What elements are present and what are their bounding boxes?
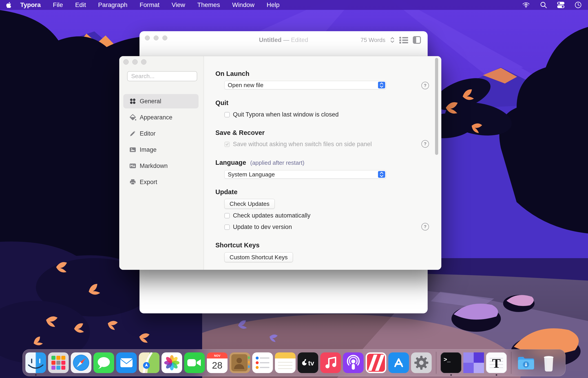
dock-separator — [436, 352, 436, 374]
custom-shortcut-keys-button[interactable]: Custom Shortcut Keys — [224, 252, 293, 262]
markdown-icon — [129, 162, 136, 169]
dock-launchpad-icon[interactable] — [48, 352, 69, 373]
on-launch-select[interactable]: Open new file — [224, 81, 386, 89]
apple-menu-icon[interactable] — [6, 1, 12, 8]
dock-messages-icon[interactable] — [93, 352, 114, 373]
dock-calendar-icon[interactable]: NOV28 — [207, 352, 227, 373]
sidebar-item-appearance[interactable]: Appearance — [123, 109, 198, 125]
wifi-warning-icon[interactable] — [522, 1, 530, 9]
dock-podcasts-icon[interactable] — [343, 352, 364, 373]
quit-checkbox-row: Quit Typora when last window is closed — [224, 111, 339, 118]
toggle-sidebar-icon[interactable] — [413, 36, 421, 44]
check-updates-automatically-checkbox[interactable] — [224, 213, 230, 218]
editor-icon — [129, 130, 136, 137]
sidebar-item-general[interactable]: General — [123, 94, 198, 108]
dock-safari-icon[interactable] — [71, 352, 91, 373]
image-icon — [129, 146, 136, 153]
check-updates-button[interactable]: Check Updates — [224, 199, 275, 209]
dev-update-help-icon[interactable]: ? — [421, 223, 429, 230]
select-stepper-icon — [378, 82, 385, 88]
dock-appstore-icon[interactable] — [388, 352, 409, 373]
quit-checkbox[interactable] — [224, 112, 230, 117]
auto-update-checkbox-row: Check updates automatically — [224, 212, 310, 219]
section-quit-title: Quit — [215, 99, 228, 107]
sidebar-item-image[interactable]: Image — [123, 142, 198, 158]
minimize-button[interactable] — [132, 59, 138, 65]
menu-item-format[interactable]: Format — [140, 1, 159, 8]
menu-items: FileEditParagraphFormatViewThemesWindowH… — [53, 1, 292, 9]
preferences-main-panel: On Launch Open new file ? Quit Quit Typo… — [204, 56, 441, 270]
menu-app-name[interactable]: Typora — [20, 1, 41, 9]
document-titlebar: Untitled — Edited 75 Words — [140, 31, 428, 47]
dock-settings-icon[interactable] — [411, 352, 432, 373]
menu-bar: Typora FileEditParagraphFormatViewThemes… — [0, 0, 588, 10]
svg-text:tv: tv — [308, 359, 314, 367]
dock-notes-icon[interactable] — [275, 352, 295, 373]
sidebar-item-markdown[interactable]: Markdown — [123, 158, 198, 174]
dock-news-icon[interactable] — [366, 352, 386, 373]
search-input[interactable] — [127, 71, 197, 81]
desktop: Typora FileEditParagraphFormatViewThemes… — [0, 0, 588, 378]
update-to-dev-version-checkbox[interactable] — [224, 224, 230, 230]
section-update-title: Update — [215, 188, 238, 196]
sidebar-item-export[interactable]: Export — [123, 174, 198, 190]
save-recover-checkbox-row: Save without asking when switch files on… — [224, 141, 372, 148]
save-recover-help-icon[interactable]: ? — [421, 140, 429, 148]
close-button[interactable] — [123, 59, 129, 65]
menu-item-view[interactable]: View — [172, 1, 185, 8]
clock-icon[interactable] — [574, 1, 582, 9]
dock-facetime-icon[interactable] — [184, 352, 205, 373]
dock-terminal-icon[interactable]: >_ — [441, 352, 461, 373]
dock-appletv-icon[interactable]: tv — [298, 352, 318, 373]
menu-item-file[interactable]: File — [53, 1, 63, 8]
scrollbar-thumb[interactable] — [435, 58, 438, 155]
dock-finder-icon[interactable] — [25, 352, 46, 373]
word-count-stepper-icon[interactable] — [390, 37, 395, 43]
dock-music-icon[interactable] — [320, 352, 341, 373]
outline-list-icon[interactable] — [399, 36, 408, 43]
dock-contacts-icon[interactable] — [230, 352, 250, 373]
section-save-recover-title: Save & Recover — [215, 129, 265, 136]
search-icon[interactable] — [540, 1, 547, 9]
dock-downloads-icon[interactable] — [516, 352, 536, 373]
menu-item-paragraph[interactable]: Paragraph — [98, 1, 127, 8]
control-center-icon[interactable] — [557, 1, 565, 9]
appearance-icon — [129, 114, 136, 121]
menu-item-themes[interactable]: Themes — [197, 1, 220, 8]
menu-item-edit[interactable]: Edit — [75, 1, 86, 8]
running-indicator — [35, 374, 37, 376]
dock-reminders-icon[interactable] — [252, 352, 273, 373]
language-select[interactable]: System Language — [224, 170, 386, 179]
menu-status-icons — [522, 1, 582, 9]
running-indicator — [496, 374, 497, 376]
preferences-window: General Appearance Editor Image Markdown… — [119, 56, 441, 270]
section-on-launch-title: On Launch — [215, 70, 249, 77]
section-language-title: Language(applied after restart) — [215, 159, 304, 166]
sidebar-list: General Appearance Editor Image Markdown… — [123, 93, 198, 190]
dev-update-checkbox-row: Update to dev version — [224, 224, 292, 230]
dock-typora-icon[interactable]: T — [486, 352, 507, 373]
menu-item-window[interactable]: Window — [232, 1, 254, 8]
svg-text:T: T — [492, 356, 501, 371]
on-launch-help-icon[interactable]: ? — [421, 82, 429, 89]
svg-text:>_: >_ — [444, 356, 451, 363]
dock: NOV28tv>_T — [22, 349, 566, 376]
dock-mail-icon[interactable] — [116, 352, 137, 373]
dock-maps-icon[interactable] — [139, 352, 159, 373]
export-icon — [129, 178, 136, 186]
section-shortcut-keys-title: Shortcut Keys — [215, 242, 260, 249]
svg-text:28: 28 — [212, 360, 223, 371]
dock-photos-icon[interactable] — [161, 352, 182, 373]
word-count: 75 Words — [361, 37, 385, 43]
language-note: (applied after restart) — [250, 159, 304, 166]
save-without-asking-checkbox[interactable] — [224, 142, 230, 147]
svg-text:NOV: NOV — [214, 354, 221, 357]
menu-item-help[interactable]: Help — [266, 1, 280, 8]
running-indicator — [450, 374, 452, 376]
dock-trash-icon[interactable] — [538, 352, 559, 373]
dock-separator — [511, 352, 511, 374]
preferences-sidebar: General Appearance Editor Image Markdown… — [119, 56, 204, 270]
sidebar-item-editor[interactable]: Editor — [123, 125, 198, 142]
zoom-button[interactable] — [141, 59, 146, 65]
dock-image-file-icon[interactable] — [463, 352, 484, 373]
